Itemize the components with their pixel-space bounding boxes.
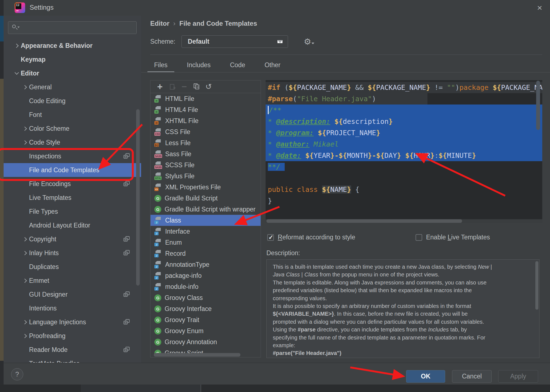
template-item-sass-file[interactable]: SASSSass File — [151, 148, 261, 160]
close-icon[interactable]: × — [537, 2, 542, 13]
chevron-right-icon[interactable] — [22, 139, 29, 146]
sidebar-item-textmate-bundles[interactable]: TextMate Bundles — [4, 357, 141, 363]
template-item-label: Enum — [165, 239, 182, 246]
template-editor[interactable]: #if (${PACKAGE_NAME} && ${PACKAGE_NAME} … — [266, 80, 542, 223]
template-item-gradle-build-script-with-wrapper[interactable]: GGradle Build Script with wrapper — [151, 204, 261, 215]
sidebar-item-label: File and Code Templates — [29, 166, 99, 174]
sidebar-item-emmet[interactable]: Emmet — [4, 274, 141, 288]
sidebar-item-file-types[interactable]: File Types — [4, 205, 141, 218]
template-item-record[interactable]: JRecord — [151, 248, 261, 259]
template-item-css-file[interactable]: CSSCSS File — [151, 126, 261, 137]
enable-live-templates-checkbox[interactable] — [416, 234, 422, 241]
sidebar-item-file-encodings[interactable]: File Encodings — [4, 177, 141, 191]
code-line-3: /** — [266, 104, 542, 116]
editor-hscrollbar[interactable] — [266, 219, 462, 223]
sidebar-item-intentions[interactable]: Intentions — [4, 301, 141, 315]
description-line: #parse("File Header.java") — [273, 349, 531, 357]
sidebar-item-label: Copyright — [29, 236, 56, 243]
groovy-file-icon: G — [154, 317, 161, 323]
sidebar-item-live-templates[interactable]: Live Templates — [4, 191, 141, 205]
template-item-groovy-class[interactable]: GGroovy Class — [151, 292, 261, 303]
description-line: example: — [273, 341, 531, 349]
sidebar-item-code-style[interactable]: Code Style — [4, 135, 141, 149]
sidebar-item-gui-designer[interactable]: GUI Designer — [4, 288, 141, 301]
chevron-right-icon[interactable] — [22, 332, 29, 339]
template-item-enum[interactable]: JEnum — [151, 237, 261, 248]
sidebar-item-keymap[interactable]: Keymap — [4, 53, 141, 66]
breadcrumb-item-editor[interactable]: Editor — [150, 20, 169, 27]
sidebar-item-code-editing[interactable]: Code Editing — [4, 94, 141, 108]
sidebar-item-duplicates[interactable]: Duplicates — [4, 260, 141, 274]
tab-code[interactable]: Code — [223, 58, 252, 72]
template-item-stylus-file[interactable]: STYLStylus File — [151, 171, 261, 182]
template-item-html4-file[interactable]: HHTML4 File — [151, 104, 261, 115]
sidebar-item-language-injections[interactable]: Language Injections — [4, 315, 141, 329]
editor-vscrollbar[interactable] — [536, 81, 540, 130]
apply-button[interactable]: Apply — [498, 370, 538, 383]
chevron-right-icon[interactable] — [22, 125, 29, 132]
code-line-9 — [266, 173, 542, 184]
sidebar-item-reader-mode[interactable]: Reader Mode — [4, 343, 141, 357]
chevron-spacer — [22, 97, 29, 104]
chevron-right-icon[interactable] — [22, 236, 29, 243]
sidebar-item-inspections[interactable]: Inspections — [4, 149, 141, 163]
template-item-module-info[interactable]: Jmodule-info — [151, 281, 261, 292]
template-item-scss-file[interactable]: SASSSCSS File — [151, 160, 261, 171]
sidebar-item-file-and-code-templates[interactable]: File and Code Templates — [4, 163, 141, 177]
template-item-package-info[interactable]: Jpackage-info — [151, 270, 261, 281]
description-scrollbar[interactable] — [535, 261, 538, 310]
help-button[interactable]: ? — [11, 368, 23, 380]
tab-other[interactable]: Other — [258, 58, 287, 72]
reformat-checkbox[interactable] — [267, 234, 274, 241]
tab-files[interactable]: Files — [147, 58, 174, 72]
chevron-right-icon[interactable] — [22, 277, 29, 284]
code-line-10: public class ${NAME} { — [266, 184, 542, 195]
template-item-annotationtype[interactable]: JAnnotationType — [151, 259, 261, 270]
chevron-right-icon[interactable] — [22, 249, 29, 257]
template-item-xhtml-file[interactable]: HXHTML File — [151, 115, 261, 126]
duplicate-icon[interactable] — [190, 82, 203, 92]
template-item-label: Gradle Build Script — [165, 195, 218, 202]
template-item-groovy-enum[interactable]: GGroovy Enum — [151, 325, 261, 336]
template-item-xml-properties-file[interactable]: <>XML Properties File — [151, 182, 261, 193]
chevron-right-icon[interactable] — [22, 83, 29, 91]
template-item-groovy-interface[interactable]: GGroovy Interface — [151, 303, 261, 314]
revert-icon[interactable]: ↺ — [203, 82, 215, 92]
template-item-less-file[interactable]: {L}Less File — [151, 137, 261, 148]
template-item-label: HTML File — [165, 95, 194, 103]
template-item-groovy-annotation[interactable]: GGroovy Annotation — [151, 336, 261, 347]
search-input[interactable] — [19, 22, 136, 33]
ok-button[interactable]: OK — [406, 370, 445, 383]
sidebar-scrollbar[interactable] — [136, 109, 140, 286]
sidebar-item-proofreading[interactable]: Proofreading — [4, 329, 141, 343]
sidebar-item-general[interactable]: General — [4, 80, 141, 94]
template-item-html-file[interactable]: HHTML File — [151, 93, 261, 104]
sidebar-item-copyright[interactable]: Copyright — [4, 232, 141, 246]
sidebar-item-appearance-behavior[interactable]: Appearance & Behavior — [4, 39, 141, 53]
search-icon — [12, 24, 19, 31]
scheme-select[interactable]: Default — [181, 35, 288, 48]
chevron-down-icon[interactable] — [13, 70, 21, 77]
template-item-gradle-build-script[interactable]: GGradle Build Script — [151, 193, 261, 204]
template-list-hscrollbar[interactable] — [154, 353, 240, 357]
template-item-class[interactable]: JClass — [151, 215, 261, 226]
settings-search-box[interactable] — [8, 21, 137, 34]
sidebar-item-android-layout-editor[interactable]: Android Layout Editor — [4, 218, 141, 232]
sidebar-item-font[interactable]: Font — [4, 108, 141, 122]
sidebar-item-label: File Encodings — [29, 180, 71, 188]
description-label: Description: — [266, 249, 300, 257]
sidebar-item-color-scheme[interactable]: Color Scheme — [4, 122, 141, 135]
template-item-groovy-trait[interactable]: GGroovy Trait — [151, 314, 261, 325]
add-icon[interactable]: + — [154, 82, 166, 92]
scheme-settings-button[interactable]: ⚙ — [304, 35, 314, 48]
sass-file-icon: SASS — [154, 161, 162, 169]
tab-includes[interactable]: Includes — [180, 58, 217, 72]
chevron-right-icon[interactable] — [22, 318, 29, 326]
template-list: HHTML FileHHTML4 FileHXHTML FileCSSCSS F… — [151, 93, 261, 357]
template-item-interface[interactable]: JInterface — [151, 226, 261, 237]
cancel-button[interactable]: Cancel — [452, 370, 492, 383]
chevron-right-icon[interactable] — [13, 42, 21, 49]
template-item-label: Stylus File — [165, 173, 194, 180]
sidebar-item-inlay-hints[interactable]: Inlay Hints — [4, 246, 141, 260]
sidebar-item-editor[interactable]: Editor — [4, 66, 141, 80]
